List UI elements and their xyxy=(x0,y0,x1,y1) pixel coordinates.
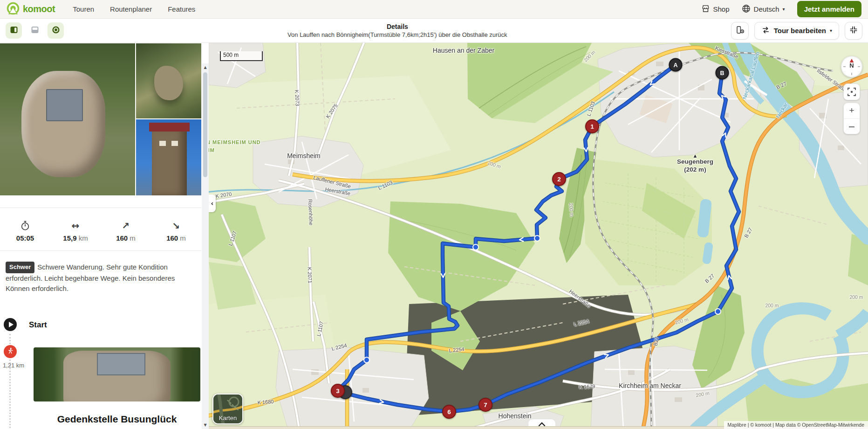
divider xyxy=(0,250,201,251)
nav-links: Touren Routenplaner Features xyxy=(73,5,195,13)
distance-icon: ↔ xyxy=(50,219,101,231)
language-label: Deutsch xyxy=(754,5,779,13)
duration-icon xyxy=(0,219,50,231)
stat-descent: ↘ 160 m xyxy=(151,219,201,242)
town-label-meimsheim: Meimsheim xyxy=(287,152,321,159)
tour-photos xyxy=(0,43,201,195)
frame-center-icon xyxy=(847,87,856,97)
map-layers-button[interactable]: Karten xyxy=(212,394,243,424)
start-label: Start xyxy=(29,320,47,330)
sidebar-toggle-button[interactable] xyxy=(6,22,22,39)
nav-link-routenplaner[interactable]: Routenplaner xyxy=(110,5,152,13)
scroll-up-icon[interactable]: ▲ xyxy=(202,63,209,71)
brand-name: komoot xyxy=(23,4,55,14)
street-label-rosenhoehe: Rosenhöhe xyxy=(308,199,314,226)
marker-end-B[interactable]: B xyxy=(716,66,729,80)
marker-waypoint-2[interactable]: 2 xyxy=(552,172,566,186)
descent-icon: ↘ xyxy=(151,219,201,231)
tour-header: Details Von Lauffen nach Bönnigheim(Turm… xyxy=(64,22,731,39)
marker-waypoint-1[interactable]: 1 xyxy=(585,119,599,133)
compass-control[interactable]: N xyxy=(841,56,862,77)
bottom-panel-icon xyxy=(30,25,40,36)
komoot-logo[interactable]: komoot xyxy=(7,2,55,17)
contour-label: 200 m xyxy=(849,294,863,300)
globe-icon xyxy=(742,4,751,14)
road-label-k2073: K 2073 xyxy=(294,90,301,106)
divider xyxy=(0,208,201,208)
ascent-unit: m xyxy=(130,234,136,242)
layers-label: Karten xyxy=(213,415,242,422)
toolbar-actions: Tour bearbeiten ▾ xyxy=(731,22,862,40)
descent-value: 160 xyxy=(166,234,178,242)
zoom-out-button[interactable]: − xyxy=(844,119,860,134)
language-selector[interactable]: Deutsch ▾ xyxy=(742,4,785,14)
descent-unit: m xyxy=(180,234,186,242)
hiker-icon xyxy=(7,347,14,357)
start-waypoint-button[interactable] xyxy=(4,318,17,331)
tour-photo-gorge[interactable] xyxy=(136,43,201,118)
town-label-kirchheim: Kirchheim am Neckar xyxy=(619,382,681,389)
map-attribution: Maplibre | © komoot | Map data © OpenStr… xyxy=(724,421,868,429)
send-to-device-button[interactable] xyxy=(731,22,749,40)
nav-link-touren[interactable]: Touren xyxy=(73,5,94,13)
chevron-down-icon: ▾ xyxy=(783,7,785,12)
tour-map[interactable]: Hausen an der Zaber Meimsheim Hohenstein… xyxy=(209,43,868,429)
contour-label: 200 m xyxy=(568,203,575,217)
marker-start-A[interactable]: A xyxy=(669,58,683,72)
tour-name: Von Lauffen nach Bönnigheim(Turmstüble 7… xyxy=(64,31,731,39)
map-canvas xyxy=(209,43,868,429)
visibility-toggle-button[interactable] xyxy=(48,22,64,39)
shop-link[interactable]: Shop xyxy=(701,4,730,14)
edit-route-icon xyxy=(761,26,770,36)
memorial-stone xyxy=(21,71,105,177)
distance-unit: km xyxy=(79,234,88,242)
highlight-card[interactable]: Gedenkstelle Busunglück xyxy=(34,347,200,425)
komoot-app: komoot Touren Routenplaner Features Shop xyxy=(0,0,868,429)
shop-label: Shop xyxy=(713,5,730,13)
tower xyxy=(152,127,187,195)
highlight-photo xyxy=(34,347,200,401)
contour-label: 200 m xyxy=(765,303,779,308)
exit-fullscreen-button[interactable] xyxy=(845,22,862,40)
tower-window xyxy=(159,141,166,146)
top-navbar: komoot Touren Routenplaner Features Shop xyxy=(0,0,868,19)
area-label-auen: AUEN VON MEIMSHEIM UND BOTENHEIM xyxy=(209,138,280,154)
leg-distance: 1,21 km xyxy=(0,362,27,369)
memorial-plaque xyxy=(97,353,145,375)
road-label-k1679: K 1679 xyxy=(579,383,595,390)
chevron-down-icon: ▾ xyxy=(830,28,832,33)
scroll-down-icon[interactable]: ▼ xyxy=(202,421,209,429)
play-icon xyxy=(9,322,14,327)
elevation-toggle-button[interactable] xyxy=(27,22,43,39)
peak-icon: ▲ xyxy=(677,154,713,158)
tour-photo-tower[interactable] xyxy=(136,119,201,195)
device-sync-icon xyxy=(735,25,745,36)
tour-toolbar: Details Von Lauffen nach Bönnigheim(Turm… xyxy=(0,19,868,43)
stat-distance: ↔ 15,9 km xyxy=(50,219,101,242)
marker-waypoint-7[interactable]: 7 xyxy=(478,398,492,412)
edit-tour-button[interactable]: Tour bearbeiten ▾ xyxy=(754,22,839,40)
road-label-k1680: K 1680 xyxy=(257,399,274,405)
difficulty-section: SchwerSchwere Wanderung. Sehr gute Kondi… xyxy=(0,255,202,293)
map-scale: 500 m xyxy=(220,51,263,61)
zoom-in-button[interactable]: + xyxy=(844,103,860,119)
tower-roof xyxy=(149,123,190,132)
tour-photo-memorial[interactable] xyxy=(0,43,135,195)
sidebar-collapse-handle[interactable]: ‹ xyxy=(209,194,216,212)
collapse-icon xyxy=(849,26,858,35)
shop-icon xyxy=(701,4,710,14)
nav-link-features[interactable]: Features xyxy=(168,5,195,13)
locate-button[interactable] xyxy=(843,83,860,100)
tower-window xyxy=(171,141,178,146)
road-label-k2071: K 2071 xyxy=(307,267,313,283)
sidebar-scrollbar[interactable]: ▲ ▼ xyxy=(202,63,209,429)
chevron-left-icon: ‹ xyxy=(211,200,214,207)
town-label-hohenstein: Hohenstein xyxy=(499,412,532,420)
scrollbar-thumb[interactable] xyxy=(203,72,207,177)
signup-button[interactable]: Jetzt anmelden xyxy=(797,1,861,17)
marker-waypoint-6[interactable]: 6 xyxy=(442,405,456,419)
hiking-leg-marker[interactable] xyxy=(4,345,17,358)
marker-waypoint-3[interactable]: 3 xyxy=(331,384,345,398)
memorial-plaque xyxy=(46,89,83,121)
ascent-icon: ↗ xyxy=(101,219,151,231)
